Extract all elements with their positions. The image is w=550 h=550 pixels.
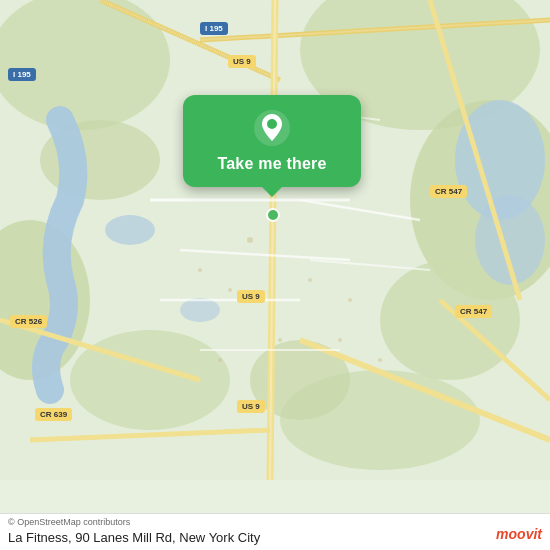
road-label-cr547-top: CR 547 (430, 185, 467, 198)
take-me-there-button[interactable]: Take me there (217, 155, 326, 173)
svg-point-33 (247, 237, 253, 243)
location-pin-icon (253, 109, 291, 147)
svg-point-12 (105, 215, 155, 245)
road-label-cr526: CR 526 (10, 315, 47, 328)
map-attribution: © OpenStreetMap contributors (0, 514, 550, 528)
map-container: I 195 I 195 US 9 US 9 US 9 CR 547 CR 547… (0, 0, 550, 550)
popup-card: Take me there (183, 95, 361, 187)
bottom-bar: © OpenStreetMap contributors La Fitness,… (0, 513, 550, 550)
svg-point-39 (338, 338, 342, 342)
svg-point-13 (180, 298, 220, 322)
svg-point-6 (70, 330, 230, 430)
map-background (0, 0, 550, 480)
location-name: La Fitness, 90 Lanes Mill Rd, New York C… (0, 528, 550, 550)
svg-point-46 (267, 119, 277, 129)
svg-point-34 (308, 278, 312, 282)
road-label-i195-top: I 195 (200, 22, 228, 35)
svg-point-38 (278, 338, 282, 342)
svg-point-35 (228, 288, 232, 292)
svg-point-44 (267, 209, 279, 221)
road-label-us9-bot: US 9 (237, 400, 265, 413)
road-label-us9-mid: US 9 (237, 290, 265, 303)
road-label-cr547-bot: CR 547 (455, 305, 492, 318)
moovit-logo: moovit (496, 526, 542, 542)
road-label-cr639: CR 639 (35, 408, 72, 421)
svg-point-36 (348, 298, 352, 302)
road-label-us9-top: US 9 (228, 55, 256, 68)
road-label-i195: I 195 (8, 68, 36, 81)
svg-point-40 (378, 358, 382, 362)
svg-point-37 (198, 268, 202, 272)
svg-point-41 (218, 358, 222, 362)
